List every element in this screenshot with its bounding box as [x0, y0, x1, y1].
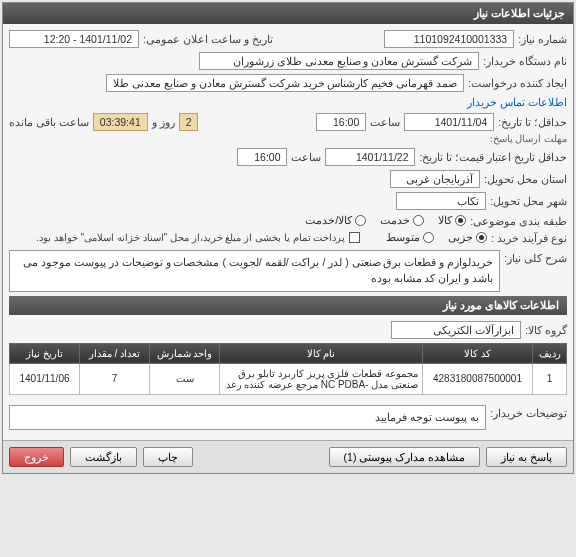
validity-date: 1401/11/22 — [325, 148, 415, 166]
back-button[interactable]: بازگشت — [70, 447, 137, 467]
radio-medium[interactable]: متوسط — [386, 231, 434, 244]
day-label: روز و — [152, 116, 175, 128]
radio-service[interactable]: خدمت — [380, 214, 424, 227]
radio-icon — [355, 215, 366, 226]
partial-pay-checkbox[interactable] — [349, 232, 360, 243]
radio-partial[interactable]: جزیی — [448, 231, 487, 244]
reply-button[interactable]: پاسخ به نیاز — [486, 447, 567, 467]
time-label-1: ساعت — [370, 116, 400, 128]
buyer-notes: به پیوست توجه فرمایید — [9, 405, 486, 431]
validity-time: 16:00 — [237, 148, 287, 166]
city-value: تکاب — [396, 192, 486, 210]
th-unit: واحد شمارش — [150, 343, 220, 363]
deadline-time: 16:00 — [316, 113, 366, 131]
province-label: استان محل تحویل: — [484, 173, 567, 185]
group-value: ابزارآلات الکتریکی — [391, 321, 521, 339]
table-header-row: ردیف کد کالا نام کالا واحد شمارش تعداد /… — [10, 343, 567, 363]
buyer-label: نام دستگاه خریدار: — [483, 55, 567, 67]
radio-service-label: خدمت — [380, 214, 410, 227]
radio-medium-label: متوسط — [386, 231, 420, 244]
details-panel: جزئیات اطلاعات نیاز شماره نیاز: 11010924… — [2, 2, 574, 474]
deadline-date: 1401/11/04 — [404, 113, 494, 131]
radio-partial-label: جزیی — [448, 231, 473, 244]
table-row[interactable]: 1 4283180087500001 مجموعه قطعات فلزی پری… — [10, 363, 567, 394]
th-code: کد کالا — [423, 343, 533, 363]
radio-icon — [476, 232, 487, 243]
items-header: اطلاعات کالاهای مورد نیاز — [9, 296, 567, 315]
creator-value: صمد قهرمانی فخیم کارشناس خرید شرکت گسترش… — [106, 74, 464, 92]
need-number-label: شماره نیاز: — [518, 33, 567, 45]
panel-title: جزئیات اطلاعات نیاز — [3, 3, 573, 24]
cell-qty: 7 — [80, 363, 150, 394]
print-button[interactable]: چاپ — [143, 447, 193, 467]
group-label: گروه کالا: — [525, 324, 567, 336]
radio-icon — [455, 215, 466, 226]
th-row: ردیف — [533, 343, 567, 363]
desc-label: شرح کلی نیاز: — [504, 248, 567, 264]
radio-goods-label: کالا — [438, 214, 452, 227]
need-number-value: 1101092410001333 — [384, 30, 514, 48]
partial-pay-label: پرداخت تمام یا بخشی از مبلغ خرید،از محل … — [36, 232, 345, 243]
exit-button[interactable]: خروج — [9, 447, 64, 467]
time-remain: 03:39:41 — [93, 113, 148, 131]
radio-icon — [423, 232, 434, 243]
th-qty: تعداد / مقدار — [80, 343, 150, 363]
cell-row: 1 — [533, 363, 567, 394]
days-remain: 2 — [179, 113, 199, 131]
radio-goods-service[interactable]: کالا/خدمت — [305, 214, 366, 227]
announce-value: 1401/11/02 - 12:20 — [9, 30, 139, 48]
cell-code: 4283180087500001 — [423, 363, 533, 394]
cell-date: 1401/11/06 — [10, 363, 80, 394]
items-table: ردیف کد کالا نام کالا واحد شمارش تعداد /… — [9, 343, 567, 395]
time-label-2: ساعت — [291, 151, 321, 163]
radio-goods[interactable]: کالا — [438, 214, 466, 227]
radio-icon — [413, 215, 424, 226]
th-date: تاریخ نیاز — [10, 343, 80, 363]
deadline-label: حداقل؛ تا تاریخ: — [498, 116, 567, 128]
category-radios: کالا خدمت کالا/خدمت — [305, 214, 466, 227]
panel-body: شماره نیاز: 1101092410001333 تاریخ و ساع… — [3, 24, 573, 440]
cell-name: مجموعه قطعات فلزی پریز کاربرد تابلو برق … — [220, 363, 423, 394]
buy-type-label: نوع فرآیند خرید : — [491, 232, 567, 244]
city-label: شهر محل تحویل: — [490, 195, 567, 207]
radio-gs-label: کالا/خدمت — [305, 214, 352, 227]
creator-label: ایجاد کننده درخواست: — [468, 77, 567, 89]
countdown: 2 روز و 03:39:41 ساعت باقی مانده — [9, 113, 198, 131]
contact-link[interactable]: اطلاعات تماس خریدار — [467, 96, 567, 109]
province-value: آذربایجان غربی — [390, 170, 480, 188]
buy-type-radios: جزیی متوسط — [386, 231, 487, 244]
deadline-full-label: مهلت ارسال پاسخ: — [9, 133, 567, 144]
remain-label: ساعت باقی مانده — [9, 116, 89, 128]
desc-value: خریدلوازم و قطعات برق صنعتی ( لدر / براک… — [9, 250, 500, 292]
cell-unit: ست — [150, 363, 220, 394]
attachments-button[interactable]: مشاهده مدارک پیوستی (1) — [329, 447, 481, 467]
validity-label: حداقل تاریخ اعتبار قیمت؛ تا تاریخ: — [419, 151, 567, 163]
buyer-notes-label: توضیحات خریدار: — [490, 403, 567, 419]
button-bar: پاسخ به نیاز مشاهده مدارک پیوستی (1) چاپ… — [3, 440, 573, 473]
announce-label: تاریخ و ساعت اعلان عمومی: — [143, 33, 273, 45]
th-name: نام کالا — [220, 343, 423, 363]
buyer-value: شرکت گسترش معادن و صنایع معدنی طلای زرشو… — [199, 52, 479, 70]
category-label: طبقه بندی موضوعی: — [470, 215, 567, 227]
